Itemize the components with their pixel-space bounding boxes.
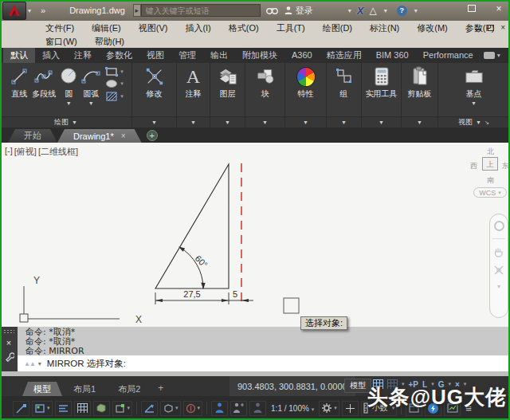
ribbon-tab-addins[interactable]: 附加模块 [235, 48, 284, 63]
quick-access-expand-button[interactable]: » [37, 6, 49, 15]
polyline-button[interactable]: 多段线 [30, 65, 57, 100]
lineweight-button[interactable]: ▾ [183, 401, 203, 416]
pan-hand-icon[interactable] [493, 246, 504, 257]
recent-commands-icon[interactable]: ▲▲ [24, 360, 35, 367]
viewcube-south[interactable]: 南 [487, 175, 494, 186]
osnap-caret-icon2[interactable]: ▾ [175, 405, 178, 411]
viewcube-top[interactable]: 上 [482, 157, 498, 171]
ellipse-button[interactable]: ▾ [105, 79, 124, 88]
infer-constraints-button[interactable] [13, 401, 29, 416]
file-tab-drawing1[interactable]: Drawing1* × [57, 129, 142, 143]
arc-flyout-caret-icon[interactable]: ▼ [88, 100, 94, 106]
grid-button[interactable] [74, 401, 91, 416]
modify-button[interactable]: 修改 [143, 65, 166, 100]
zoom-extents-icon[interactable] [493, 265, 504, 276]
polar-tracking-button[interactable] [141, 401, 158, 416]
ribbon-tab-annotate[interactable]: 注释 [67, 48, 99, 63]
search-history-caret[interactable]: ▸ [133, 4, 141, 17]
angular-dimension[interactable]: 60° [178, 247, 210, 290]
layout-tab-layout2[interactable]: 布局2 [107, 382, 151, 396]
menu-file[interactable]: 文件(F) [37, 22, 83, 34]
layers-button[interactable]: 图层 [217, 65, 239, 100]
panel-title-group[interactable]: ▼ [327, 116, 361, 128]
navbar-more-caret-icon[interactable]: ▾ [497, 283, 500, 290]
customize-wrench-icon[interactable] [4, 351, 14, 362]
ribbon-tab-view[interactable]: 视图 [139, 48, 171, 63]
viewport-visual-style-control[interactable]: [二维线框] [38, 146, 78, 158]
osnap-button[interactable]: ▾ [160, 401, 181, 416]
layout-tab-layout1[interactable]: 布局1 [62, 382, 107, 396]
layout-tab-model[interactable]: 模型 [22, 382, 62, 396]
workspace-button[interactable]: ▾ [319, 401, 339, 416]
base-flyout-caret-icon[interactable]: ▼ [471, 100, 477, 106]
help-caret-icon[interactable]: ▾ [413, 7, 418, 14]
maximize-button[interactable] [465, 3, 478, 14]
menu-draw[interactable]: 绘图(D) [314, 22, 361, 34]
viewcube-north[interactable]: 北 [487, 147, 494, 157]
circle-flyout-caret-icon[interactable]: ▼ [66, 100, 72, 106]
base-point-button[interactable]: 基点 ▼ [463, 65, 485, 107]
command-window-handle[interactable]: × [0, 327, 18, 371]
recent-commands-caret-icon[interactable]: ▾ [38, 360, 41, 367]
ribbon-tab-a360[interactable]: A360 [284, 48, 320, 63]
exchange-apps-button[interactable]: X [357, 5, 364, 17]
utilities-button[interactable]: 实用工具 [364, 65, 399, 100]
signin-caret-icon[interactable]: ▾ [347, 7, 351, 14]
navigation-wheel-icon[interactable] [494, 221, 504, 231]
menu-modify[interactable]: 修改(M) [408, 22, 457, 34]
doc-minimize-button[interactable] [475, 25, 481, 30]
ribbon-display-options-button[interactable]: ▾ [484, 48, 500, 63]
application-menu-button[interactable] [2, 2, 26, 20]
snap-mode-button[interactable]: ▾ [32, 401, 53, 416]
new-drawing-button[interactable]: + [147, 130, 158, 141]
doc-close-button[interactable]: × [500, 23, 505, 32]
arc-button[interactable]: 圆弧 ▼ [80, 65, 102, 107]
annotation-scale-button[interactable]: 1:1 / 100% ▾ [269, 404, 316, 413]
panel-title-block[interactable]: ▼ [245, 116, 284, 128]
command-close-button[interactable]: × [6, 339, 11, 347]
properties-button[interactable]: 特性 [295, 65, 317, 100]
ucs-icon[interactable]: Y X [20, 275, 142, 325]
annotation-scale-add-button[interactable] [230, 401, 247, 416]
menu-window[interactable]: 窗口(W) [37, 35, 86, 48]
clipboard-button[interactable]: 剪贴板 [406, 65, 434, 100]
command-input-line[interactable]: ▲▲ ▾ MIRROR 选择对象: [18, 355, 510, 371]
menu-dimension[interactable]: 标注(N) [361, 22, 408, 34]
navigation-bar[interactable]: ▾ [489, 214, 508, 318]
help-button[interactable]: ? [397, 6, 407, 16]
drawing-canvas-geometry[interactable]: 27,5 5 60° Y X [0, 143, 510, 327]
a360-button[interactable]: △ [370, 5, 377, 16]
panel-title-draw[interactable]: 绘图▼ [0, 116, 131, 128]
file-tab-start[interactable]: 开始 [8, 129, 57, 143]
panel-title-layers[interactable]: ▼ [210, 116, 245, 128]
hatch-button[interactable]: ▾ [105, 91, 124, 102]
panel-title-modify[interactable]: ▼ [132, 116, 176, 128]
linear-dimension-main[interactable]: 27,5 [155, 289, 229, 304]
block-button[interactable]: 块 [254, 65, 277, 100]
menu-view[interactable]: 视图(V) [130, 22, 177, 34]
triangle-object[interactable] [155, 164, 229, 289]
menu-help[interactable]: 帮助(H) [86, 35, 133, 48]
drawing-area[interactable]: [-] [俯视] [二维线框] 27,5 5 [0, 143, 510, 327]
command-history[interactable]: 命令: *取消* 命令: *取消* 命令: MIRROR [18, 327, 510, 355]
panel-title-utilities[interactable]: ▼ [362, 116, 401, 128]
ortho-button[interactable]: ▾ [112, 401, 133, 416]
rectangle-button[interactable]: ▾ [105, 67, 124, 77]
annotate-button[interactable]: A 注释 [182, 65, 205, 100]
group-button[interactable]: 组 [333, 65, 355, 100]
ribbon-tab-manage[interactable]: 管理 [171, 48, 203, 63]
ribbon-tab-home[interactable]: 默认 [3, 48, 35, 63]
viewcube-west[interactable]: 西 [470, 161, 477, 171]
panel-title-view[interactable]: 视图 ▼ ↘ [438, 116, 509, 128]
snap-mode-caret-icon[interactable]: ▾ [47, 405, 50, 411]
doc-restore-button[interactable] [488, 25, 494, 31]
workspace-caret-icon[interactable]: ▾ [334, 405, 337, 411]
menu-format[interactable]: 格式(O) [220, 22, 268, 34]
menu-edit[interactable]: 编辑(E) [83, 22, 130, 34]
ribbon-tab-insert[interactable]: 插入 [35, 48, 67, 63]
ribbon-tab-featured-apps[interactable]: 精选应用 [320, 48, 369, 63]
annotation-people-button[interactable] [249, 401, 266, 416]
lineweight-caret-icon[interactable]: ▾ [198, 405, 201, 411]
ribbon-tab-bim360[interactable]: BIM 360 [369, 48, 416, 63]
circle-button[interactable]: 圆 ▼ [57, 65, 80, 107]
